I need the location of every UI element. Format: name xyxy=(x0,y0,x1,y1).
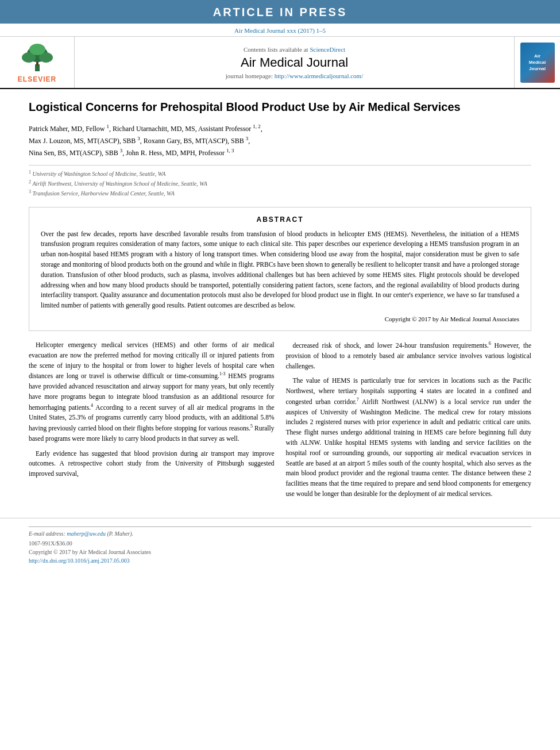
abstract-title: ABSTRACT xyxy=(41,216,519,224)
amj-logo-area: AirMedicalJournal xyxy=(514,37,560,88)
body-paragraph-2: Early evidence has suggested that blood … xyxy=(29,449,275,479)
article-in-press-banner: ARTICLE IN PRESS xyxy=(0,0,560,24)
journal-ref-text: Air Medical Journal xxx (2017) 1–5 xyxy=(234,27,326,34)
svg-point-5 xyxy=(29,44,45,55)
homepage-line: journal homepage: http://www.airmedicalj… xyxy=(226,72,363,79)
amj-logo-text: AirMedicalJournal xyxy=(529,53,546,72)
email-line: E-mail address: maherp@uw.edu (P. Maher)… xyxy=(29,530,531,537)
email-link[interactable]: maherp@uw.edu xyxy=(67,530,107,537)
abstract-copyright: Copyright © 2017 by Air Medical Journal … xyxy=(41,316,519,322)
article-title: Logistical Concerns for Prehospital Bloo… xyxy=(29,99,531,114)
journal-title: Air Medical Journal xyxy=(241,55,348,70)
amj-logo: AirMedicalJournal xyxy=(520,43,555,83)
body-columns: Helicopter emergency medical services (H… xyxy=(29,340,531,504)
authors-block: Patrick Maher, MD, Fellow 1, Richard Uta… xyxy=(29,122,531,159)
main-content: Logistical Concerns for Prehospital Bloo… xyxy=(0,89,560,510)
body-paragraph-1: Helicopter emergency medical services (H… xyxy=(29,340,275,444)
journal-reference-line: Air Medical Journal xxx (2017) 1–5 xyxy=(0,24,560,37)
sciencedirect-link[interactable]: ScienceDirect xyxy=(310,46,345,53)
footer-refs: 1067-991X/$36.00 Copyright © 2017 by Air… xyxy=(29,539,531,565)
elsevier-tree-icon xyxy=(14,41,60,73)
elsevier-logo-area: ELSEVIER xyxy=(0,37,75,88)
header-center: Contents lists available at ScienceDirec… xyxy=(75,37,514,88)
affiliations-block: 1 University of Washington School of Med… xyxy=(29,165,531,199)
journal-header: ELSEVIER Contents lists available at Sci… xyxy=(0,37,560,89)
body-paragraph-4: The value of HEMS is particularly true f… xyxy=(286,376,532,499)
abstract-text: Over the past few decades, reports have … xyxy=(41,229,519,311)
elsevier-label: ELSEVIER xyxy=(18,75,56,83)
body-column-right: decreased risk of shock, and lower 24-ho… xyxy=(286,340,532,504)
doi-link[interactable]: http://dx.doi.org/10.1016/j.amj.2017.05.… xyxy=(29,557,130,564)
homepage-link[interactable]: http://www.airmedicaljournal.com/ xyxy=(275,72,363,79)
banner-text: ARTICLE IN PRESS xyxy=(213,6,347,18)
footer-area: E-mail address: maherp@uw.edu (P. Maher)… xyxy=(0,518,560,568)
sciencedirect-line: Contents lists available at ScienceDirec… xyxy=(244,46,345,53)
body-paragraph-3: decreased risk of shock, and lower 24-ho… xyxy=(286,340,532,371)
abstract-section: ABSTRACT Over the past few decades, repo… xyxy=(29,207,531,332)
footer-separator xyxy=(29,526,531,527)
body-column-left: Helicopter emergency medical services (H… xyxy=(29,340,275,504)
